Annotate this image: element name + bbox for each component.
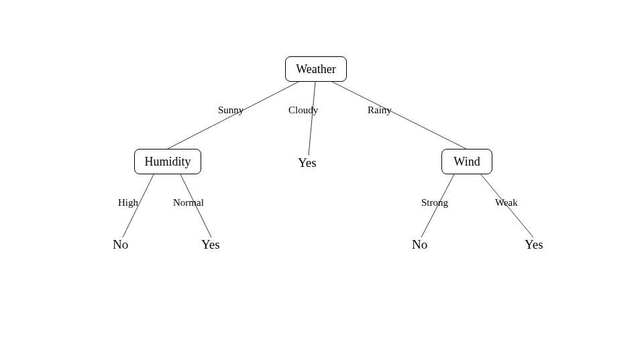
edge-label-weak: Weak bbox=[495, 197, 518, 208]
edge-label-high: High bbox=[118, 197, 138, 208]
node-weather: Weather bbox=[285, 56, 347, 82]
svg-line-1 bbox=[309, 82, 315, 156]
node-label: Wind bbox=[453, 155, 480, 169]
svg-line-2 bbox=[332, 82, 466, 149]
leaf-strong-no: No bbox=[412, 237, 427, 252]
node-label: Humidity bbox=[145, 155, 191, 169]
node-label: Weather bbox=[296, 62, 336, 76]
edge-label-normal: Normal bbox=[173, 197, 204, 208]
tree-edges-svg bbox=[0, 0, 644, 362]
node-wind: Wind bbox=[441, 149, 492, 174]
leaf-weak-yes: Yes bbox=[525, 237, 543, 252]
leaf-high-no: No bbox=[113, 237, 128, 252]
leaf-normal-yes: Yes bbox=[201, 237, 220, 252]
node-humidity: Humidity bbox=[134, 149, 201, 174]
edge-label-cloudy: Cloudy bbox=[288, 105, 318, 116]
edge-label-rainy: Rainy bbox=[368, 105, 392, 116]
edge-label-strong: Strong bbox=[421, 197, 448, 208]
edge-label-sunny: Sunny bbox=[218, 105, 244, 116]
leaf-cloudy-yes: Yes bbox=[298, 156, 317, 170]
